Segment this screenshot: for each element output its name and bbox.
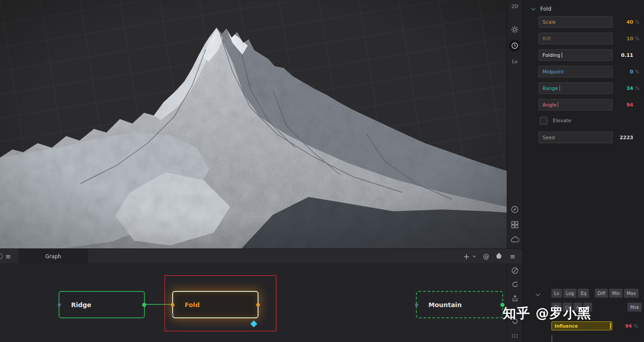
panel-title: Fold	[540, 6, 551, 12]
add-node-button[interactable]: +	[463, 249, 470, 264]
field-midpoint: Midpoint 0 %	[538, 66, 643, 77]
midpoint-input[interactable]: Midpoint	[538, 66, 613, 77]
log-button[interactable]: Log	[564, 289, 577, 298]
lv-button[interactable]: Lv	[512, 59, 518, 64]
diff-button[interactable]: Diff	[595, 289, 608, 298]
node-ridge-label: Ridge	[71, 301, 91, 308]
cloud-icon[interactable]	[510, 236, 519, 243]
mountain-input-port[interactable]	[415, 303, 418, 306]
text-caret	[558, 102, 558, 107]
graph-menu-icon[interactable]: ≡	[510, 249, 516, 264]
3d-viewport[interactable]	[0, 0, 507, 248]
viewport-tool-strip: 2D Lv	[507, 0, 522, 248]
tab-graph[interactable]: Graph	[19, 249, 88, 264]
folding-input[interactable]: Folding	[538, 49, 613, 61]
node-graph-canvas[interactable]: Ridge Fold Mountain	[0, 263, 507, 342]
seed-input[interactable]: Seed	[538, 132, 613, 143]
chevron-down-icon[interactable]	[531, 6, 536, 11]
influence-value[interactable]: 94	[612, 323, 632, 329]
flame-icon[interactable]	[496, 249, 501, 264]
2d-view-button[interactable]: 2D	[511, 4, 518, 9]
text-caret	[562, 52, 562, 58]
midpoint-value[interactable]: 0	[613, 69, 633, 75]
graph-header-bar: ≡ Graph + @ ≡	[0, 248, 522, 263]
msk-button[interactable]: Msk	[627, 303, 642, 312]
grip-dots-icon[interactable]	[512, 331, 518, 340]
range-input[interactable]: Range	[538, 82, 613, 94]
rift-unit: %	[635, 36, 643, 41]
influence-unit: %	[634, 324, 641, 329]
fold-secondary-port[interactable]	[171, 313, 174, 316]
post-extra-row	[551, 336, 552, 342]
fold-output-port[interactable]	[256, 303, 260, 307]
add-node-chevron-icon[interactable]	[473, 249, 475, 264]
disable-icon[interactable]	[511, 267, 519, 276]
scale-input[interactable]: Scale	[538, 16, 613, 28]
graph-tool-strip	[507, 263, 522, 342]
influence-slider[interactable]: Influence	[551, 321, 612, 330]
field-folding: Folding 0.11	[538, 49, 643, 61]
field-elevate: Elevate	[540, 117, 571, 124]
post-option-checkbox[interactable]	[551, 335, 552, 342]
zhihu-watermark: 知乎 @罗小黑	[503, 304, 591, 323]
midpoint-unit: %	[635, 69, 643, 74]
node-ridge[interactable]: Ridge	[59, 291, 145, 318]
range-value[interactable]: 34	[613, 86, 633, 91]
field-angle: Angle 94	[538, 99, 643, 111]
lv-button[interactable]: Lv	[551, 289, 562, 298]
grid-layout-icon[interactable]	[511, 221, 519, 229]
export-icon[interactable]	[511, 295, 519, 304]
refresh-icon[interactable]	[511, 281, 519, 290]
node-mountain[interactable]: Mountain	[416, 291, 503, 318]
elevate-checkbox[interactable]	[540, 117, 547, 124]
range-unit: %	[635, 86, 643, 91]
post-modifier-row: Lv Log Eq Diff Min Max Inv	[551, 289, 644, 298]
field-scale: Scale 40 %	[538, 16, 643, 28]
min-button[interactable]: Min	[609, 289, 623, 298]
max-button[interactable]: Max	[624, 289, 639, 298]
post-section-chevron-icon[interactable]	[536, 292, 540, 296]
node-fold[interactable]: Fold	[172, 291, 258, 318]
slider-handle[interactable]	[610, 323, 611, 329]
field-rift: Rift 10 %	[538, 33, 643, 44]
field-seed: Seed 2223	[538, 132, 643, 143]
field-influence: Influence 94 %	[551, 321, 641, 330]
ridge-output-port[interactable]	[142, 303, 146, 307]
rift-value[interactable]: 10	[613, 36, 633, 42]
edge-circle-icon[interactable]	[0, 249, 3, 264]
sun-shading-icon[interactable]	[511, 26, 519, 34]
scale-value[interactable]: 40	[613, 19, 633, 25]
rift-input[interactable]: Rift	[538, 33, 613, 44]
panel-menu-icon[interactable]: ≡	[5, 249, 11, 264]
field-range: Range 34 %	[538, 82, 643, 94]
node-mountain-label: Mountain	[428, 301, 462, 308]
angle-value[interactable]: 94	[613, 102, 633, 108]
folding-value[interactable]: 0.11	[613, 52, 633, 58]
seed-value[interactable]: 2223	[613, 135, 633, 141]
eq-button[interactable]: Eq	[578, 289, 589, 298]
properties-panel: Fold Scale 40 % Rift 10 % Folding 0.11 M…	[522, 0, 644, 342]
angle-input[interactable]: Angle	[538, 99, 613, 111]
compass-icon[interactable]	[511, 205, 519, 214]
scale-unit: %	[635, 20, 643, 25]
ridge-input-port[interactable]	[58, 303, 61, 306]
fold-input-port[interactable]	[171, 303, 174, 307]
text-caret	[559, 86, 560, 91]
mention-icon[interactable]: @	[483, 249, 489, 264]
elevate-label: Elevate	[553, 118, 571, 124]
terrain-render	[0, 0, 507, 248]
node-fold-label: Fold	[185, 301, 199, 308]
clock-history-icon[interactable]	[509, 40, 521, 51]
